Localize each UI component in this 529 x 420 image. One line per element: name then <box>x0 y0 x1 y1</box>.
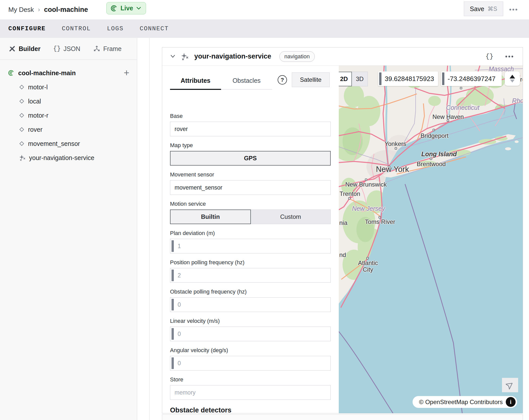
save-button-label: Save <box>470 5 484 13</box>
segment-builtin[interactable]: Builtin <box>170 209 251 224</box>
number-drag-handle[interactable] <box>172 328 174 340</box>
field-label: Obstacle polling frequency (hz) <box>170 288 331 295</box>
tools-icon <box>8 45 16 52</box>
city-marker <box>388 166 390 168</box>
breadcrumb-parent[interactable]: My Desk <box>8 6 34 14</box>
tab-configure[interactable]: CONFIGURE <box>8 25 46 32</box>
tree-item-label: your-navigation-service <box>29 154 94 162</box>
save-button[interactable]: Save ⌘S <box>464 2 503 16</box>
step-up-icon[interactable] <box>510 75 515 78</box>
sidebar-mode-tabs: Builder{}JSONFrame <box>0 38 137 60</box>
mode-tab-frame[interactable]: Frame <box>93 45 122 52</box>
latitude-input[interactable]: 39.62848175923 <box>378 71 438 86</box>
field-value: 2 <box>178 272 181 279</box>
field-group: Angular velocity (deg/s)0 <box>170 347 331 371</box>
tree-item-your-navigation-service[interactable]: your-navigation-service <box>0 151 137 165</box>
segment-custom[interactable]: Custom <box>251 209 331 224</box>
satellite-toggle-button[interactable]: Satellite <box>292 72 330 87</box>
collapse-chevron-icon[interactable] <box>170 54 176 59</box>
latitude-drag-handle[interactable] <box>379 72 381 85</box>
field-group: Movement sensormovement_sensor <box>170 171 331 195</box>
position-polling-frequency-hz--input[interactable]: 2 <box>170 268 331 283</box>
field-value: 0 <box>178 301 181 308</box>
longitude-drag-handle[interactable] <box>442 72 444 85</box>
longitude-input[interactable]: -73.2486397247 <box>441 71 502 86</box>
mode-tab-builder[interactable]: Builder <box>8 45 40 52</box>
zoom-stepper[interactable] <box>505 71 520 86</box>
field-value: 0 <box>178 360 181 367</box>
tree-item-rover[interactable]: rover <box>0 122 137 137</box>
locate-button[interactable] <box>502 378 518 392</box>
plan-deviation-m--input[interactable]: 1 <box>170 239 331 253</box>
field-group: Baserover <box>170 113 331 136</box>
add-component-button[interactable]: + <box>124 68 129 77</box>
motion-service-segmented: BuiltinCustom <box>170 209 331 224</box>
card-header: your-navigation-service navigation {} <box>162 47 523 66</box>
linear-velocity-m-s--input[interactable]: 0 <box>170 327 331 341</box>
city-marker <box>460 87 462 89</box>
tab-control[interactable]: CONTROL <box>62 25 91 32</box>
overflow-menu-button[interactable] <box>508 6 521 14</box>
angular-velocity-deg-s--input[interactable]: 0 <box>170 356 331 371</box>
number-drag-handle[interactable] <box>172 240 174 252</box>
mode-tab-label: Builder <box>19 45 40 52</box>
city-marker <box>432 129 435 131</box>
card-tab-attributes[interactable]: Attributes <box>170 72 221 90</box>
field-label: Plan deviation (m) <box>170 230 331 237</box>
panel-divider <box>149 38 150 420</box>
tree-item-motor-r[interactable]: motor-r <box>0 108 137 122</box>
number-drag-handle[interactable] <box>172 270 174 281</box>
tree-item-movement_sensor[interactable]: movement_sensor <box>0 137 137 151</box>
base-input[interactable]: rover <box>170 122 331 136</box>
city-marker <box>378 216 381 219</box>
service-type-badge: navigation <box>279 51 315 62</box>
help-icon[interactable]: ? <box>278 75 287 85</box>
card-tab-obstacles[interactable]: Obstacles <box>221 72 272 90</box>
tree-item-label: rover <box>28 126 42 133</box>
field-value: rover <box>175 126 188 133</box>
navigation-service-card: your-navigation-service navigation {} At… <box>162 47 523 413</box>
openstreetmap-basemap <box>339 66 523 413</box>
tree-item-label: motor-l <box>28 84 48 91</box>
mode-tab-label: JSON <box>63 45 80 52</box>
card-menu-button[interactable] <box>505 55 515 58</box>
tree-root-label: cool-machine-main <box>18 69 76 77</box>
machine-part-icon <box>8 70 14 76</box>
obstacle-polling-frequency-hz--input[interactable]: 0 <box>170 297 331 312</box>
sidebar: Builder{}JSONFrame cool-machine-main+mot… <box>0 38 137 420</box>
field-group: Storememory <box>170 376 331 400</box>
breadcrumb: My Desk › cool-machine <box>8 0 88 19</box>
store-input[interactable]: memory <box>170 385 331 400</box>
ellipsis-icon <box>509 8 521 11</box>
navigation-arrow-icon <box>506 381 514 389</box>
tree-root-cool-machine-main[interactable]: cool-machine-main+ <box>0 66 137 80</box>
step-down-icon[interactable] <box>510 80 515 83</box>
field-label: Map type <box>170 142 331 149</box>
tree-item-local[interactable]: local <box>0 94 137 108</box>
view-mode-3d-button[interactable]: 3D <box>352 72 368 86</box>
top-bar: My Desk › cool-machine Live Save ⌘S <box>0 0 529 19</box>
diamond-icon <box>19 141 25 147</box>
tree-item-motor-l[interactable]: motor-l <box>0 80 137 94</box>
field-label: Angular velocity (deg/s) <box>170 347 331 354</box>
mode-tab-json[interactable]: {}JSON <box>53 45 80 52</box>
number-drag-handle[interactable] <box>172 299 174 310</box>
view-mode-2d-button[interactable]: 2D <box>339 72 352 86</box>
number-drag-handle[interactable] <box>172 357 174 369</box>
next-card-edge <box>162 414 523 420</box>
live-status-dropdown[interactable]: Live <box>106 2 146 14</box>
info-icon[interactable]: i <box>506 397 516 407</box>
diamond-icon <box>19 84 25 90</box>
attribute-fields: BaseroverMap typeGPSMovement sensormovem… <box>170 113 331 414</box>
attribution-text[interactable]: © OpenStreetMap Contributors <box>419 399 503 406</box>
tab-connect[interactable]: CONNECT <box>140 25 169 32</box>
tree-item-label: motor-r <box>28 112 49 119</box>
gps-button[interactable]: GPS <box>170 151 331 166</box>
field-label: Position polling frequency (hz) <box>170 259 331 266</box>
navigation-map[interactable]: MassachProRhodConnecticutNew HavenBridge… <box>339 66 523 413</box>
code-braces-icon[interactable]: {} <box>486 53 493 60</box>
tab-logs[interactable]: LOGS <box>107 25 124 32</box>
city-marker <box>447 119 449 122</box>
field-value: memory <box>175 389 196 396</box>
movement-sensor-input[interactable]: movement_sensor <box>170 180 331 195</box>
